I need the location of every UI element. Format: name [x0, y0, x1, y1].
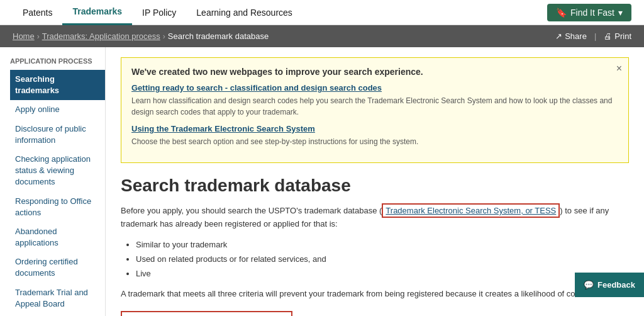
sidebar: Application process Searching trademarks…	[0, 47, 106, 316]
sidebar-link-apply[interactable]: Apply online	[10, 100, 105, 119]
nav-ip-policy[interactable]: IP Policy	[132, 0, 186, 25]
sidebar-link-searching[interactable]: Searching trademarks	[10, 70, 105, 100]
criteria-list: Similar to your trademark Used on relate…	[136, 237, 629, 281]
criteria-item-3: Live	[136, 266, 629, 281]
find-it-fast-label: Find It Fast	[570, 8, 614, 18]
share-label: Share	[565, 31, 587, 41]
chevron-down-icon: ▾	[618, 8, 623, 18]
sidebar-section-label: Application process	[10, 57, 105, 65]
notice-close-button[interactable]: ×	[616, 63, 622, 74]
breadcrumb: Home › Trademarks: Application process ›…	[13, 31, 269, 41]
criteria-item-2: Used on related products or for related …	[136, 252, 629, 266]
feedback-icon: 💬	[584, 280, 594, 290]
notice-heading: We've created two new webpages to improv…	[131, 67, 618, 77]
tess-link[interactable]: Trademark Electronic Search System, or T…	[386, 206, 556, 215]
sidebar-link-abandoned[interactable]: Abandoned applications	[10, 222, 105, 252]
print-link[interactable]: 🖨 Print	[604, 31, 631, 41]
nav-patents[interactable]: Patents	[13, 0, 62, 25]
content-area: × We've created two new webpages to impr…	[106, 47, 644, 316]
feedback-button[interactable]: 💬 Feedback	[575, 273, 644, 297]
breadcrumb-sep-2: ›	[163, 32, 165, 41]
sidebar-item-responding[interactable]: Responding to Office actions	[10, 192, 105, 222]
sidebar-link-checking[interactable]: Checking application status & viewing do…	[10, 150, 105, 192]
notice-link-1[interactable]: Getting ready to search - classification…	[131, 83, 618, 93]
notice-desc-2: Choose the best search option and see st…	[131, 136, 618, 147]
sidebar-nav: Searching trademarks Apply online Disclo…	[10, 70, 105, 313]
sidebar-item-ordering[interactable]: Ordering certified documents	[10, 252, 105, 283]
find-it-fast-button[interactable]: 🔖 Find It Fast ▾	[547, 4, 631, 21]
sidebar-link-disclosure[interactable]: Disclosure of public information	[10, 120, 105, 150]
sidebar-link-ordering[interactable]: Ordering certified documents	[10, 252, 105, 283]
page-title: Search trademark database	[121, 176, 629, 196]
print-label: Print	[614, 31, 631, 41]
notice-desc-1: Learn how classification and design sear…	[131, 95, 618, 118]
main-content: Application process Searching trademarks…	[0, 47, 644, 316]
share-icon: ↗	[555, 31, 562, 41]
bookmark-icon: 🔖	[556, 8, 567, 18]
share-link[interactable]: ↗ Share	[555, 31, 587, 41]
notice-link-2[interactable]: Using the Trademark Electronic Search Sy…	[131, 124, 618, 133]
nav-learning[interactable]: Learning and Resources	[186, 0, 303, 25]
top-nav: Patents Trademarks IP Policy Learning an…	[0, 0, 644, 25]
sidebar-link-ttab[interactable]: Trademark Trial and Appeal Board	[10, 283, 105, 313]
page-body: Search trademark database Before you app…	[121, 176, 629, 316]
sidebar-link-responding[interactable]: Responding to Office actions	[10, 192, 105, 222]
notice-box: × We've created two new webpages to impr…	[121, 57, 629, 163]
sidebar-item-abandoned[interactable]: Abandoned applications	[10, 222, 105, 252]
criteria-item-1: Similar to your trademark	[136, 237, 629, 252]
breadcrumb-home[interactable]: Home	[13, 31, 35, 41]
breadcrumb-actions: ↗ Share | 🖨 Print	[555, 31, 631, 41]
sidebar-item-checking[interactable]: Checking application status & viewing do…	[10, 150, 105, 192]
search-tess-button[interactable]: Search our trademark database (TESS)	[121, 311, 292, 316]
page-confusion-text: A trademark that meets all three criteri…	[121, 288, 629, 301]
breadcrumb-application-process[interactable]: Trademarks: Application process	[42, 31, 160, 41]
page-body-text1: Before you apply, you should search the …	[121, 206, 382, 215]
sidebar-item-apply[interactable]: Apply online	[10, 100, 105, 119]
page-intro-paragraph: Before you apply, you should search the …	[121, 205, 629, 231]
breadcrumb-sep-1: ›	[37, 32, 40, 41]
feedback-label: Feedback	[597, 280, 635, 290]
print-icon: 🖨	[604, 31, 612, 41]
sidebar-item-disclosure[interactable]: Disclosure of public information	[10, 120, 105, 150]
nav-trademarks[interactable]: Trademarks	[62, 0, 132, 25]
action-divider: |	[594, 31, 596, 41]
breadcrumb-bar: Home › Trademarks: Application process ›…	[0, 25, 644, 47]
nav-links: Patents Trademarks IP Policy Learning an…	[13, 0, 547, 25]
sidebar-item-searching[interactable]: Searching trademarks	[10, 70, 105, 100]
sidebar-item-ttab[interactable]: Trademark Trial and Appeal Board	[10, 283, 105, 313]
breadcrumb-current: Search trademark database	[168, 31, 269, 41]
